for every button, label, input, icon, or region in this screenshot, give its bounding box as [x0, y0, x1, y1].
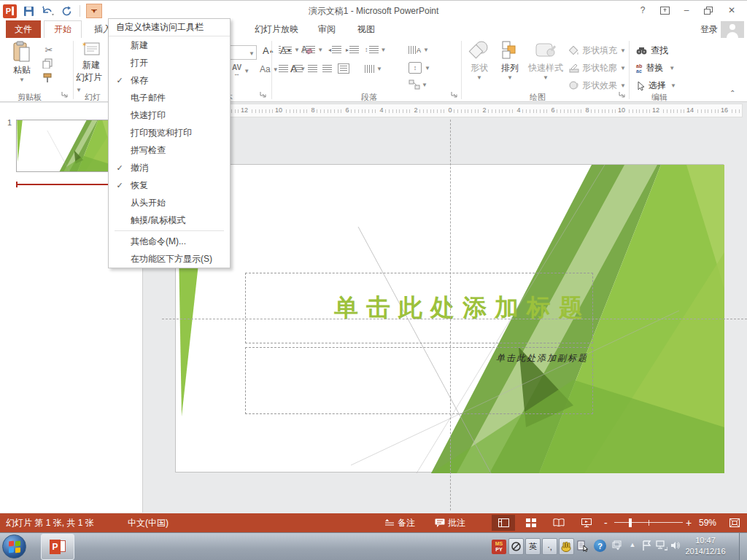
redo-icon[interactable] — [59, 4, 74, 18]
undo-icon[interactable] — [40, 4, 55, 18]
save-icon[interactable] — [21, 4, 36, 18]
decrease-indent-button[interactable]: ◂ — [328, 46, 341, 53]
menu-item-email[interactable]: 电子邮件 — [109, 89, 230, 106]
slide-sorter-view-button[interactable] — [519, 515, 543, 531]
align-center-button[interactable] — [293, 65, 303, 72]
character-spacing-button[interactable]: AV↔▼ — [232, 64, 249, 77]
collapse-ribbon-button[interactable]: ⌃ — [729, 89, 735, 97]
tab-review[interactable]: 审阅 — [309, 20, 344, 38]
slideshow-view-button[interactable] — [575, 515, 598, 531]
close-button[interactable]: ✕ — [722, 3, 741, 18]
find-button[interactable]: 查找 — [636, 44, 668, 57]
paste-button[interactable]: 粘贴 ▼ — [6, 41, 38, 83]
comments-button[interactable]: 批注 — [435, 513, 465, 532]
menu-item-more-commands[interactable]: 其他命令(M)... — [109, 233, 230, 250]
align-left-button[interactable] — [279, 65, 288, 72]
ribbon-display-options-button[interactable] — [655, 3, 674, 18]
tab-slideshow[interactable]: 幻灯片放映 — [245, 20, 308, 38]
convert-smartart-button[interactable]: ▼ — [409, 79, 427, 90]
taskbar-powerpoint-button[interactable]: P — [41, 534, 74, 560]
font-dialog-launcher[interactable] — [260, 91, 267, 98]
slide-thumbnail[interactable] — [16, 120, 109, 172]
bullets-button[interactable]: ▼ — [279, 46, 300, 54]
tray-ime-softkeyboard-button[interactable] — [559, 538, 574, 555]
new-slide-button[interactable]: ✶ 新建 幻灯片 ▼ — [76, 41, 107, 94]
reading-view-button[interactable] — [547, 515, 570, 531]
tray-ime-block-button[interactable] — [508, 538, 524, 555]
justify-button[interactable] — [322, 65, 332, 72]
customize-qat-button[interactable]: ▼ — [86, 4, 102, 18]
subtitle-placeholder[interactable]: 单击此处添加副标题 — [245, 347, 593, 414]
replace-button[interactable]: abac 替换▼ — [636, 62, 675, 74]
select-button[interactable]: 选择▼ — [636, 79, 676, 92]
zoom-slider-thumb[interactable] — [629, 518, 632, 527]
tray-ime-language-button[interactable]: 英 — [525, 538, 541, 555]
shape-fill-button[interactable]: 形状填充▼ — [569, 44, 626, 57]
menu-item-save[interactable]: ✓保存 — [109, 71, 230, 89]
align-right-button[interactable] — [308, 65, 317, 72]
vertical-guide[interactable] — [450, 120, 451, 510]
clipboard-dialog-launcher[interactable] — [61, 91, 69, 98]
distribute-text-button[interactable] — [338, 63, 349, 74]
zoom-level[interactable]: 59% — [699, 513, 716, 532]
shape-effects-button[interactable]: 形状效果▼ — [569, 79, 626, 92]
menu-item-quick-print[interactable]: 快速打印 — [109, 106, 230, 124]
menu-item-open[interactable]: 打开 — [109, 54, 230, 71]
fit-slide-to-window-button[interactable] — [725, 515, 744, 531]
title-placeholder[interactable]: 单击此处添加标题 — [245, 273, 593, 343]
powerpoint-app-icon[interactable]: P — [3, 4, 17, 18]
taskbar-clock[interactable]: 10:47 2014/12/16 — [677, 535, 734, 557]
menu-item-print-preview[interactable]: 打印预览和打印 — [109, 124, 230, 141]
paragraph-dialog-launcher[interactable] — [451, 91, 458, 98]
zoom-out-button[interactable]: - — [604, 513, 608, 532]
notes-button[interactable]: 备注 — [385, 513, 415, 532]
align-text-button[interactable]: ↕ — [409, 62, 422, 74]
menu-item-touch-mouse-mode[interactable]: 触摸/鼠标模式 — [109, 211, 230, 229]
normal-view-button[interactable] — [492, 515, 515, 531]
help-button[interactable]: ? — [633, 3, 652, 18]
action-center-flag-icon[interactable] — [640, 540, 652, 551]
menu-item-spelling[interactable]: 拼写检查 — [109, 141, 230, 159]
sign-in-link[interactable]: 登录 — [700, 23, 718, 36]
tray-ime-punctuation-button[interactable]: ·, — [542, 538, 557, 555]
menu-item-new[interactable]: 新建 — [109, 36, 230, 54]
text-direction-button[interactable]: A▼ — [409, 46, 429, 54]
tray-ime-mspy-icon[interactable]: MS PY — [492, 540, 506, 554]
horizontal-guide[interactable] — [162, 319, 747, 319]
numbering-button[interactable]: 123▼ — [302, 46, 323, 53]
columns-button[interactable]: ▼ — [365, 65, 382, 73]
slide-count-status[interactable]: 幻灯片 第 1 张, 共 1 张 — [6, 513, 94, 532]
menu-item-show-below-ribbon[interactable]: 在功能区下方显示(S) — [109, 250, 230, 268]
tray-help-icon[interactable]: ? — [594, 540, 606, 552]
cut-icon[interactable]: ✂ — [42, 44, 55, 55]
tab-file[interactable]: 文件 — [6, 20, 41, 38]
copy-icon[interactable] — [42, 58, 53, 69]
show-hidden-icons-button[interactable]: ▲ — [627, 540, 638, 550]
increase-font-size-button[interactable]: A▲ — [263, 45, 274, 56]
tab-view[interactable]: 视图 — [349, 20, 384, 38]
zoom-in-button[interactable]: + — [686, 513, 692, 532]
increase-indent-button[interactable]: ▸ — [346, 46, 359, 53]
show-desktop-button[interactable] — [739, 533, 747, 560]
menu-item-undo[interactable]: ✓撤消 — [109, 159, 230, 176]
network-icon[interactable] — [655, 540, 668, 551]
minimize-button[interactable]: – — [677, 3, 696, 18]
drawing-dialog-launcher[interactable] — [619, 91, 626, 98]
horizontal-ruler[interactable]: 12 10 8 6 4 2 0 2 4 6 8 10 12 14 16 — [162, 104, 743, 117]
format-painter-icon[interactable] — [42, 73, 53, 83]
shape-outline-button[interactable]: 形状轮廓▼ — [569, 62, 626, 74]
quick-styles-button[interactable]: 快速样式 ▼ — [527, 41, 565, 81]
shapes-button[interactable]: 形状 ▼ — [465, 41, 493, 81]
change-case-button[interactable]: Aa▼ — [260, 64, 279, 74]
align-text-dropdown[interactable]: ▼ — [425, 65, 430, 71]
menu-item-redo[interactable]: ✓恢复 — [109, 176, 230, 194]
language-status[interactable]: 中文(中国) — [128, 513, 169, 532]
line-spacing-button[interactable]: ↕▼ — [365, 46, 386, 53]
avatar[interactable] — [721, 21, 744, 38]
start-button[interactable] — [2, 534, 26, 559]
restore-button[interactable] — [699, 3, 718, 18]
arrange-button[interactable]: 排列 ▼ — [496, 41, 524, 81]
menu-item-start-from-beginning[interactable]: 从头开始 — [109, 194, 230, 211]
tray-ime-toolbar-icon[interactable] — [576, 540, 589, 553]
tray-window-icon[interactable] — [611, 540, 623, 551]
